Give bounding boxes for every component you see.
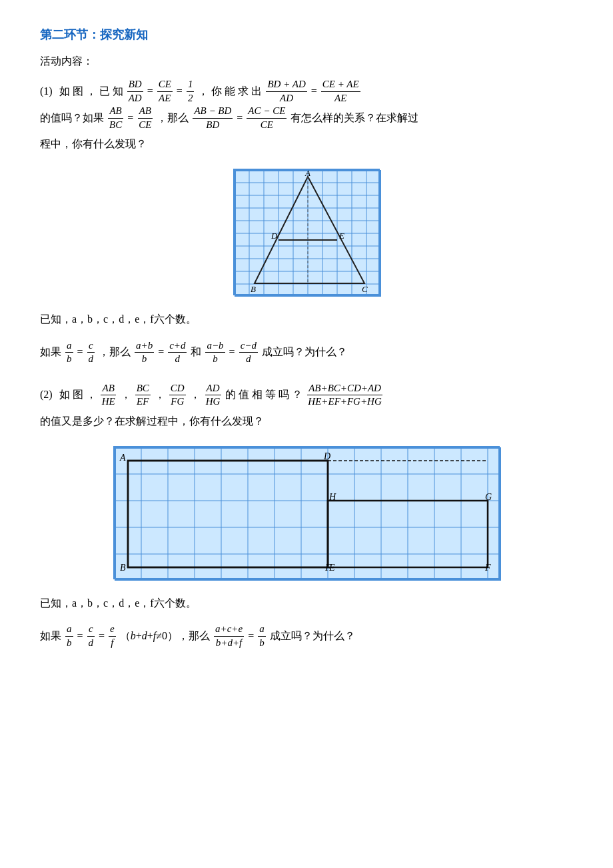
- frac-ab-ce: AB CE: [137, 105, 153, 131]
- frac-ce-plus-ae: CE + AE AE: [321, 78, 360, 105]
- triangle-diagram-container: A B C D E: [40, 169, 573, 295]
- frac-ac-minus-ce: AC − CE CE: [247, 105, 287, 131]
- comma-fg: ，: [190, 382, 201, 407]
- comma-he: ，: [121, 382, 131, 407]
- known-text1: 已知，a，b，c，d，e，f六个数。: [40, 307, 573, 331]
- eq-p2a: =: [77, 623, 83, 649]
- svg-text:B: B: [120, 563, 126, 573]
- frac-bd-ad: BD AD: [127, 78, 143, 105]
- problem1-text3: 的值吗？如果: [40, 105, 104, 131]
- frac-bd-plus-ad: BD + AD AD: [266, 78, 306, 105]
- eq-prop1c: =: [229, 339, 235, 365]
- eq2: =: [177, 79, 183, 104]
- frac-apb-b: a+b b: [135, 339, 154, 366]
- svg-text:F: F: [484, 563, 491, 573]
- eq5: =: [237, 105, 243, 131]
- frac-amb-b: a−b b: [205, 339, 225, 366]
- problem2-block: (2) 如 图 ， AB HE ， BC EF ， CD FG ， AD HG …: [40, 382, 573, 434]
- frac-ace-bdf: a+c+e b+d+f: [214, 623, 244, 649]
- comma1: ，: [198, 79, 209, 104]
- svg-marker-19: [255, 177, 364, 283]
- frac-c-d2: c d: [87, 623, 95, 649]
- problem2-text3: 的值又是多少？在求解过程中，你有什么发现？: [40, 409, 264, 434]
- prop2-question: 成立吗？为什么？: [270, 623, 355, 649]
- frac-cpd-d: c+d d: [168, 339, 187, 366]
- activity-label: 活动内容：: [40, 55, 573, 69]
- problem1-text2: 你 能 求 出: [211, 79, 262, 104]
- svg-rect-46: [128, 461, 328, 567]
- eq-prop1b: =: [158, 339, 164, 365]
- comma-ef: ，: [155, 382, 165, 407]
- eq3: =: [311, 79, 317, 104]
- prop1-question: 成立吗？为什么？: [262, 339, 347, 365]
- svg-rect-47: [128, 461, 328, 567]
- eq-p2b: =: [99, 623, 105, 649]
- frac-c-d: c d: [87, 339, 95, 366]
- rect-diagram: A D B F H G E F: [113, 446, 500, 579]
- svg-text:H: H: [328, 492, 336, 502]
- frac-a-b2: a b: [65, 623, 73, 649]
- problem1-block: (1) 如 图 ， 已 知 BD AD = CE AE = 1 2 ， 你 能 …: [40, 78, 573, 157]
- frac-ab-bc: AB BC: [108, 105, 123, 131]
- rect-diagram-container: A D B F H G E F: [40, 446, 573, 579]
- frac-cd-fg: CD FG: [169, 382, 186, 409]
- triangle-diagram: A B C D E: [233, 169, 380, 295]
- prop1-then: ，那么: [99, 339, 131, 365]
- problem2-text1: 如 图 ，: [59, 382, 97, 407]
- section-title: 第二环节：探究新知: [40, 27, 573, 43]
- svg-rect-45: [115, 448, 500, 580]
- eq1: =: [147, 79, 153, 104]
- frac-bc-ef: BC EF: [135, 382, 151, 409]
- prop1-and: 和: [191, 339, 201, 365]
- svg-text:B: B: [251, 284, 256, 294]
- problem2-text2: 的 值 相 等 吗 ？: [225, 382, 303, 407]
- problem1-text4: ，那么: [157, 105, 189, 131]
- rect-svg: A D B F H G E F: [115, 447, 501, 581]
- problem1-text1: 如 图 ， 已 知: [59, 79, 123, 104]
- svg-text:D: D: [271, 231, 278, 241]
- svg-text:E: E: [338, 231, 344, 241]
- problem1-text5: 有怎么样的关系？在求解过: [291, 105, 418, 131]
- svg-text:D: D: [323, 451, 330, 461]
- frac-e-f: e f: [109, 623, 116, 649]
- eq-p2c: =: [248, 623, 254, 649]
- svg-text:A: A: [119, 453, 126, 463]
- triangle-svg: A B C D E: [235, 170, 381, 297]
- svg-text:G: G: [485, 492, 492, 502]
- eq-prop1: =: [77, 339, 83, 365]
- prop2-text: 如果: [40, 623, 61, 649]
- eq4: =: [127, 105, 133, 131]
- frac-sum-top: AB+BC+CD+AD HE+EF+FG+HG: [306, 382, 382, 409]
- problem2-number: (2): [40, 382, 53, 407]
- prop2-condition: （b+d+f≠0），那么: [120, 623, 210, 649]
- problem1-text6: 程中，你有什么发现？: [40, 131, 147, 157]
- problem1-number: (1): [40, 79, 53, 104]
- prop1-text: 如果: [40, 339, 61, 365]
- prop2-block: 如果 a b = c d = e f （b+d+f≠0），那么 a+c+e b+…: [40, 623, 573, 649]
- svg-text:A: A: [305, 170, 310, 178]
- frac-ce-ae: CE AE: [157, 78, 173, 105]
- svg-text:C: C: [362, 284, 368, 294]
- frac-a-b3: a b: [258, 623, 266, 649]
- frac-a-b: a b: [65, 339, 73, 366]
- frac-cmd-d: c−d d: [239, 339, 258, 366]
- frac-ab-he: AB HE: [101, 382, 117, 409]
- frac-ad-hg: AD HG: [205, 382, 222, 409]
- known-text2: 已知，a，b，c，d，e，f六个数。: [40, 591, 573, 615]
- frac-half: 1 2: [187, 78, 195, 105]
- svg-text:E: E: [328, 563, 335, 573]
- frac-ab-minus-bd: AB − BD BD: [193, 105, 233, 131]
- prop1-block: 如果 a b = c d ，那么 a+b b = c+d d 和 a−b b =…: [40, 339, 573, 366]
